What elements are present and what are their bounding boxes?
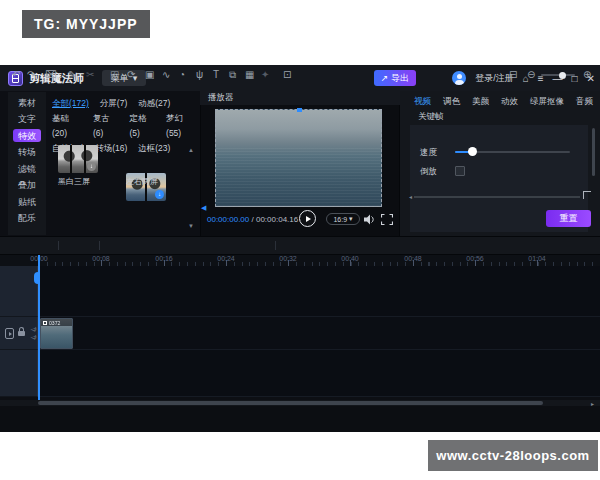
speed-clock-icon[interactable]: ◔ <box>179 68 185 81</box>
timeline-bottom-area <box>0 406 600 432</box>
freeze-frame-icon[interactable]: ▦ <box>245 68 254 81</box>
scroll-down-icon[interactable]: ▼ <box>188 223 194 229</box>
sticker-icon[interactable]: ⧉ <box>229 68 236 81</box>
track-header-video: ◅) ◅) <box>0 317 38 350</box>
export-icon: ↗ <box>381 73 389 83</box>
volume-icon[interactable] <box>364 214 376 225</box>
timeline-track-video[interactable] <box>0 317 600 350</box>
ruler-label: 00:32 <box>279 255 297 262</box>
zoom-slider-handle[interactable] <box>559 72 566 79</box>
play-button[interactable] <box>299 210 316 227</box>
effects-category-splitscreen[interactable]: 分屏(7) <box>100 96 127 111</box>
tab-beauty[interactable]: 美颜 <box>472 96 489 108</box>
download-icon: ↓ <box>155 190 164 199</box>
speed-slider-handle[interactable] <box>468 147 477 156</box>
effects-category-dynamic[interactable]: 动感(27) <box>138 96 170 111</box>
effects-category-basic[interactable]: 基础(20) <box>52 111 82 141</box>
avatar[interactable] <box>452 71 466 85</box>
sidebar-item-media[interactable]: 素材 <box>13 96 41 109</box>
download-icon: ↓ <box>87 162 96 171</box>
effects-category-all[interactable]: 全部(172) <box>52 96 89 111</box>
sidebar-item-music[interactable]: 配乐 <box>13 212 41 225</box>
solo-icon[interactable]: ◅) <box>30 334 37 340</box>
mute-icon[interactable]: ◅) <box>30 326 37 332</box>
timeline-track-audio[interactable] <box>0 350 600 397</box>
export-label: 导出 <box>391 72 409 85</box>
effects-category-transition[interactable]: 转场(16) <box>95 141 127 156</box>
login-register-link[interactable]: 登录/注册 <box>475 72 514 85</box>
tg-contact-badge: TG: MYYJJPP <box>22 10 150 38</box>
voiceover-mic-icon[interactable]: ψ <box>196 68 203 81</box>
delete-icon[interactable]: ⌧ <box>45 68 57 81</box>
lock-icon[interactable] <box>18 331 25 336</box>
effects-category-border[interactable]: 边框(23) <box>138 141 170 156</box>
rotate-icon[interactable]: ⟳ <box>127 68 135 81</box>
speed-label: 速度 <box>420 147 437 159</box>
effect-label: 左右两屏 <box>126 176 158 187</box>
fit-timeline-icon[interactable]: ⊟ <box>509 68 517 81</box>
fullscreen-icon[interactable] <box>381 214 393 225</box>
tab-color[interactable]: 调色 <box>443 96 460 108</box>
scroll-up-icon[interactable]: ▲ <box>188 147 194 153</box>
tab-video[interactable]: 视频 <box>414 96 431 108</box>
timeline-clip[interactable]: 0372 <box>40 318 73 349</box>
zoom-in-icon[interactable]: ⊕ <box>583 68 591 81</box>
text-tool-icon[interactable]: T <box>213 68 219 81</box>
effects-category-dream[interactable]: 梦幻(55) <box>166 111 196 141</box>
inspector-tabs: 视频 调色 美颜 动效 绿屏抠像 音频 <box>414 96 593 108</box>
sidebar-item-overlay[interactable]: 叠加 <box>13 179 41 192</box>
export-frame-icon[interactable]: ⊡ <box>283 68 291 81</box>
resize-corner[interactable] <box>583 191 591 199</box>
ruler-label: 00:48 <box>404 255 422 262</box>
effects-category-freeze[interactable]: 定格(5) <box>130 111 156 141</box>
magic-icon[interactable]: ✦ <box>261 68 269 81</box>
timeline-track-overlay[interactable] <box>0 266 600 317</box>
export-button[interactable]: ↗导出 <box>374 70 416 86</box>
redo-icon[interactable]: ↷ <box>27 68 35 81</box>
reverse-label: 倒放 <box>420 166 437 178</box>
timeline-hscrollbar-thumb[interactable] <box>38 401 543 405</box>
tab-audio[interactable]: 音频 <box>576 96 593 108</box>
tab-greenscreen[interactable]: 绿屏抠像 <box>530 96 564 108</box>
mosaic-icon[interactable]: ▣ <box>145 68 154 81</box>
toolbar-separator <box>275 241 276 250</box>
sidebar-item-effects[interactable]: 特效 <box>13 129 41 142</box>
timeline-ruler[interactable]: 00:00 00:08 00:16 00:24 00:32 00:40 00:4… <box>0 255 600 266</box>
edit-icon[interactable]: ✎ <box>68 68 76 81</box>
ruler-label: 00:08 <box>92 255 110 262</box>
track-header-audio <box>0 350 38 397</box>
keyframe-button[interactable]: 关键帧 <box>418 111 444 123</box>
timecode: 00:00:00.00 / 00:00:04.16 <box>207 215 298 224</box>
panel-collapse-icon[interactable]: ◀ <box>201 204 206 212</box>
audio-wave-icon[interactable]: ∿ <box>162 68 170 81</box>
crop-icon[interactable]: ◰ <box>110 68 119 81</box>
sidebar-item-filters[interactable]: 滤镜 <box>13 162 41 175</box>
video-preview[interactable] <box>215 109 382 207</box>
playhead-handle[interactable] <box>34 272 40 284</box>
effect-thumbnail-bw-three-screen[interactable]: ↓ <box>58 145 98 173</box>
effect-label: 黑白三屏 <box>58 176 90 187</box>
selection-handle[interactable] <box>297 108 302 112</box>
effects-category-retro[interactable]: 复古(6) <box>93 111 119 141</box>
play-icon <box>306 216 311 222</box>
split-scissors-icon[interactable]: ✂ <box>86 68 94 81</box>
speed-slider[interactable] <box>455 151 570 153</box>
watermark-badge: www.cctv-28loops.com <box>428 440 598 471</box>
aspect-ratio-dropdown[interactable]: 16:9▾ <box>326 213 360 225</box>
menu-button[interactable]: 菜单▾ <box>102 70 146 86</box>
sidebar-item-transitions[interactable]: 转场 <box>13 146 41 159</box>
ruler-label: 00:16 <box>155 255 173 262</box>
timeline-zoom-slider[interactable] <box>541 74 575 76</box>
sidebar-item-stickers[interactable]: 贴纸 <box>13 195 41 208</box>
reset-button[interactable]: 重置 <box>546 210 591 227</box>
ruler-label: 01:04 <box>528 255 546 262</box>
reverse-checkbox[interactable] <box>455 166 465 176</box>
sidebar-item-text[interactable]: 文字 <box>13 113 41 126</box>
scroll-left-icon[interactable]: ◂ <box>409 194 412 200</box>
clip-video-icon <box>43 321 47 325</box>
tab-motion[interactable]: 动效 <box>501 96 518 108</box>
undo-icon[interactable]: ↶ <box>12 68 20 81</box>
zoom-out-icon[interactable]: ⊖ <box>527 68 535 81</box>
inspector-hscrollbar[interactable] <box>414 196 580 198</box>
inspector-vscrollbar[interactable] <box>592 128 595 176</box>
